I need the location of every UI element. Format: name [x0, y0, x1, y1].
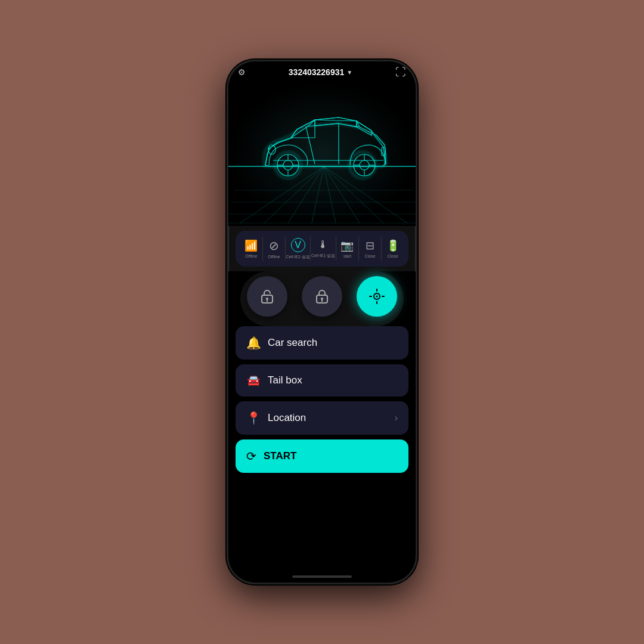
svg-line-4 — [324, 166, 336, 223]
car-search-label: Car search — [268, 337, 398, 349]
svg-line-3 — [312, 166, 324, 223]
home-bar — [292, 575, 352, 578]
ctrl-offline[interactable]: ⊘ Offline — [263, 239, 284, 259]
expand-icon[interactable]: ⛶ — [395, 66, 406, 79]
lock-icon — [314, 288, 330, 305]
svg-line-7 — [324, 166, 407, 223]
start-button[interactable]: ⟳ START — [236, 439, 408, 473]
status-bar: ⚙ 332403226931 ▼ ⛶ — [228, 61, 416, 83]
action-row — [228, 271, 416, 326]
car-search-item[interactable]: 🔔 Car search — [236, 326, 408, 360]
svg-point-25 — [360, 160, 369, 170]
camera-label: start — [343, 254, 352, 258]
controls-strip: 📶 Offline ⊘ Offline V Cell·IE1·설음 🌡 Cell… — [236, 231, 408, 267]
battery-icon: 🔋 — [386, 239, 400, 252]
signal-icon: 📶 — [244, 239, 258, 252]
close1-label: Close — [365, 254, 376, 258]
home-indicator — [228, 571, 416, 583]
phone-wrapper: ⚙ 332403226931 ▼ ⛶ — [221, 54, 423, 590]
location-arrow-icon: › — [395, 413, 398, 423]
battery-label: Close — [388, 254, 398, 258]
voltage-icon: V — [291, 238, 305, 252]
location-item[interactable]: 📍 Location › — [236, 401, 408, 435]
voltage-label: Cell·IE1·설음 — [286, 254, 309, 260]
unlock-button[interactable] — [247, 276, 287, 317]
camera-icon: 📷 — [340, 239, 354, 252]
car-search-icon: 🔔 — [246, 336, 261, 350]
ctrl-voltage[interactable]: V Cell·IE1·설음 — [286, 238, 309, 260]
ctrl-camera[interactable]: 📷 start — [336, 239, 358, 258]
locate-icon — [369, 288, 385, 305]
temp-label: Cell·IE1·설음 — [311, 253, 335, 259]
offline-icon: ⊘ — [269, 239, 279, 253]
location-icon: 📍 — [246, 411, 261, 425]
locate-button[interactable] — [357, 276, 397, 317]
car-wireframe-svg — [228, 83, 416, 226]
unlock-icon — [259, 288, 275, 305]
close1-icon: ⊟ — [366, 239, 374, 252]
start-label: START — [264, 450, 296, 462]
ctrl-close1[interactable]: ⊟ Close — [360, 239, 381, 258]
location-label: Location — [268, 412, 388, 424]
dropdown-icon[interactable]: ▼ — [346, 69, 352, 76]
phone-frame: ⚙ 332403226931 ▼ ⛶ — [227, 60, 417, 584]
lock-button[interactable] — [302, 276, 342, 317]
svg-line-0 — [240, 166, 324, 223]
offline-label: Offline — [268, 255, 280, 259]
ctrl-signal[interactable]: 📶 Offline — [240, 239, 262, 258]
tail-box-icon: 🚘 — [246, 374, 261, 387]
settings-icon[interactable]: ⚙ — [238, 67, 246, 77]
svg-point-34 — [266, 298, 268, 300]
signal-label: Offline — [245, 254, 257, 258]
start-icon: ⟳ — [246, 449, 256, 463]
ctrl-battery[interactable]: 🔋 Close — [382, 239, 404, 258]
phone-number: 332403226931 ▼ — [289, 67, 352, 77]
tail-box-label: Tail box — [268, 374, 398, 386]
temp-icon: 🌡 — [318, 239, 329, 251]
ctrl-temp[interactable]: 🌡 Cell·IE1·설음 — [311, 239, 335, 259]
svg-point-37 — [321, 298, 323, 300]
menu-section: 🔔 Car search 🚘 Tail box 📍 Location › ⟳ S… — [228, 326, 416, 571]
svg-line-1 — [264, 166, 324, 223]
svg-point-19 — [283, 160, 293, 170]
tail-box-item[interactable]: 🚘 Tail box — [236, 364, 408, 397]
svg-point-40 — [376, 296, 378, 298]
car-visualization — [228, 83, 416, 226]
